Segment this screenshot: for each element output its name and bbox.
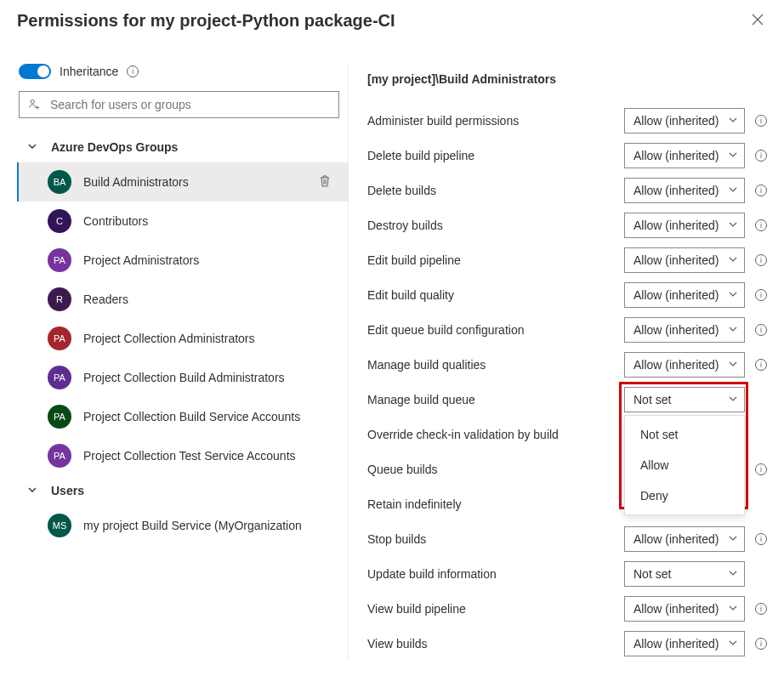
dropdown-value: Not set [633,393,671,406]
permission-control: Allow (inherited)i [624,352,767,378]
permission-label: Override check-in validation by build [367,428,559,441]
list-item-label: Project Collection Test Service Accounts [83,449,339,463]
chevron-down-icon [729,290,737,300]
chevron-down-icon [729,151,737,161]
info-icon[interactable]: i [755,115,767,127]
permission-dropdown[interactable]: Allow (inherited) [624,282,745,308]
dropdown-option[interactable]: Allow [625,450,744,480]
info-icon[interactable]: i [127,65,139,77]
permission-dropdown[interactable]: Allow (inherited) [624,108,745,133]
permission-label: Delete builds [367,184,436,197]
dropdown-option[interactable]: Deny [625,480,744,511]
permission-control: i [755,429,767,440]
search-input-wrapper[interactable] [19,91,339,118]
chevron-down-icon [729,255,737,265]
dialog-title: Permissions for my project-Python packag… [17,11,395,31]
list-item[interactable]: PAProject Collection Test Service Accoun… [17,436,348,475]
permission-dropdown[interactable]: Allow (inherited) [624,143,745,168]
permission-row: View build pipelineAllow (inherited)i [367,591,767,626]
permission-dropdown[interactable]: Allow (inherited) [624,178,745,203]
list-item-label: Project Collection Build Service Account… [83,410,339,423]
permission-dropdown[interactable]: Allow (inherited) [624,526,745,552]
search-input[interactable] [48,97,330,112]
users-section-header[interactable]: Users [17,475,348,506]
dropdown-option[interactable]: Not set [625,419,744,450]
permission-dropdown[interactable]: Allow (inherited) [624,247,745,273]
info-icon[interactable]: i [755,463,767,475]
right-pane: [my project]\Build Administrators Admini… [349,64,767,661]
permission-control: Allow (inherited)i [624,526,767,552]
dropdown-value: Allow (inherited) [633,637,719,650]
dropdown-value: Allow (inherited) [633,323,719,337]
permission-list: Administer build permissionsAllow (inher… [367,103,767,661]
dropdown-value: Allow (inherited) [633,253,719,267]
permission-label: Stop builds [367,532,426,546]
permission-control: i [755,463,767,475]
permission-row: Destroy buildsAllow (inherited)i [367,207,767,242]
dropdown-value: Not set [633,567,671,581]
trash-icon[interactable] [319,174,332,190]
chevron-down-icon [729,220,737,230]
permission-label: Update build information [367,567,497,581]
info-icon[interactable]: i [755,324,767,336]
permission-control: Allow (inherited)i [624,143,767,168]
list-item[interactable]: CContributors [17,202,348,241]
avatar: R [48,287,71,311]
avatar: PA [48,327,71,350]
permissions-dialog: Permissions for my project-Python packag… [0,0,784,676]
permission-dropdown[interactable]: Allow (inherited) [624,352,745,378]
permission-control: Allow (inherited)i [624,108,767,133]
person-search-icon [28,99,40,111]
svg-point-0 [31,99,34,103]
permission-row: Administer build permissionsAllow (inher… [367,103,767,138]
permission-dropdown[interactable]: Not set [624,561,745,587]
list-item[interactable]: BABuild Administrators [17,162,348,202]
chevron-down-icon [729,185,737,196]
groups-section-header[interactable]: Azure DevOps Groups [17,132,348,162]
dropdown-menu: Not setAllowDeny [624,415,745,515]
info-icon[interactable]: i [755,603,767,615]
list-item[interactable]: PAProject Collection Build Administrator… [17,358,348,397]
inheritance-toggle[interactable] [19,64,51,79]
info-icon[interactable]: i [755,219,767,231]
info-icon[interactable]: i [755,638,767,650]
dialog-body: Inheritance i Azure DevOps Groups BABuil… [17,64,767,661]
list-item[interactable]: MSmy project Build Service (MyOrganizati… [17,506,348,545]
users-list: MSmy project Build Service (MyOrganizati… [17,506,348,545]
permission-dropdown[interactable]: Allow (inherited) [624,596,745,622]
groups-section-label: Azure DevOps Groups [51,140,178,154]
list-item-label: Build Administrators [83,175,307,189]
permission-dropdown[interactable]: Allow (inherited) [624,631,745,656]
list-item[interactable]: PAProject Administrators [17,241,348,280]
info-icon[interactable]: i [755,533,767,545]
list-item[interactable]: RReaders [17,280,348,319]
permission-dropdown[interactable]: Not set [624,387,745,412]
permission-row: Stop buildsAllow (inherited)i [367,521,767,556]
permission-dropdown[interactable]: Allow (inherited) [624,317,745,343]
permission-control: Not setNot setAllowDenyi [624,387,767,412]
permission-label: Administer build permissions [367,114,519,128]
avatar: PA [48,366,71,389]
list-item[interactable]: PAProject Collection Administrators [17,319,348,358]
inheritance-label: Inheritance [60,65,118,78]
permission-control: i [755,498,767,510]
permission-dropdown[interactable]: Allow (inherited) [624,213,745,238]
chevron-down-icon [729,639,737,649]
permission-control: Allow (inherited)i [624,247,767,273]
info-icon[interactable]: i [755,359,767,371]
dropdown-value: Allow (inherited) [633,114,719,128]
close-icon[interactable] [748,10,767,31]
info-icon[interactable]: i [755,254,767,266]
list-item[interactable]: PAProject Collection Build Service Accou… [17,397,348,436]
permission-label: View build pipeline [367,602,466,616]
permission-control: Allow (inherited)i [624,282,767,308]
info-icon[interactable]: i [755,185,767,196]
dropdown-value: Allow (inherited) [633,219,719,232]
info-icon[interactable]: i [755,289,767,301]
groups-list: BABuild AdministratorsCContributorsPAPro… [17,162,348,475]
detail-title: [my project]\Build Administrators [367,72,767,86]
info-icon[interactable]: i [755,150,767,162]
avatar: PA [48,405,71,429]
dropdown-value: Allow (inherited) [633,358,719,372]
permission-row: Manage build queueNot setNot setAllowDen… [367,382,767,417]
